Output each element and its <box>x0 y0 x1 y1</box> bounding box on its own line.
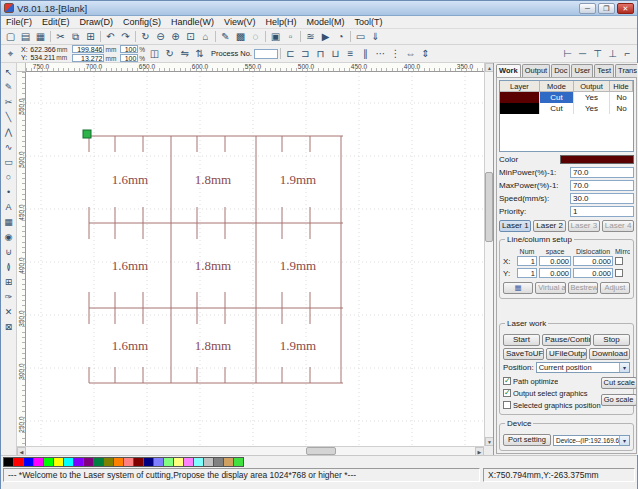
corner-mark-icon[interactable]: ⌐ <box>620 47 635 61</box>
minimize-button[interactable]: ─ <box>579 3 596 14</box>
polyline-icon[interactable]: ⋀ <box>2 124 16 139</box>
horizontal-scroll-thumb[interactable] <box>306 447 336 455</box>
menu-help[interactable]: Help(H) <box>260 17 301 27</box>
refresh-icon[interactable]: ↻ <box>138 30 153 44</box>
align-center-v-icon[interactable]: ∥ <box>358 47 373 61</box>
node-edit-icon[interactable]: ✎ <box>2 79 16 94</box>
tab-transform[interactable]: Transform <box>615 64 637 77</box>
layer-output[interactable]: Yes <box>574 103 610 114</box>
lock-icon[interactable]: ⊠ <box>2 319 16 334</box>
path-optimize-checkbox[interactable] <box>503 377 511 385</box>
same-width-icon[interactable]: ⇔ <box>403 47 418 61</box>
data-check-icon[interactable]: ▩ <box>233 30 248 44</box>
offset-icon[interactable]: ≬ <box>2 259 16 274</box>
stop-button[interactable]: Stop <box>593 334 630 346</box>
paste-icon[interactable]: ⊞ <box>83 30 98 44</box>
tab-user[interactable]: User <box>571 64 593 77</box>
start-point-top-icon[interactable]: ⊤ <box>590 47 605 61</box>
layer-hide[interactable]: No <box>610 92 633 103</box>
lock-aspect-ratio-icon[interactable]: ◫ <box>147 47 162 61</box>
maximize-button[interactable]: ❐ <box>598 3 615 14</box>
ungroup-icon[interactable]: ▫ <box>283 30 298 44</box>
start-point-bottom-icon[interactable]: ⊥ <box>605 47 620 61</box>
weld-icon[interactable]: ⊍ <box>2 244 16 259</box>
adjust-button[interactable]: Adjust <box>600 282 630 294</box>
pen-icon[interactable]: ✑ <box>2 289 16 304</box>
layer-color-swatch[interactable] <box>560 155 634 164</box>
laser-3-button[interactable]: Laser 3 <box>568 220 600 232</box>
mirror-vertical-icon[interactable]: ⇅ <box>192 47 207 61</box>
menu-file[interactable]: File(F) <box>1 17 37 27</box>
max-power-field[interactable]: 70.0 <box>570 180 634 191</box>
bestrew-button[interactable]: Bestrew... <box>568 282 598 294</box>
port-setting-button[interactable]: Port setting <box>503 434 551 446</box>
layer-row[interactable]: Cut Yes No <box>500 103 633 114</box>
pattern-labels[interactable]: 1.6mm 1.8mm 1.9mm 1.6mm 1.8mm 1.9mm 1.6m… <box>112 172 316 353</box>
distribute-h-icon[interactable]: ⋯ <box>373 47 388 61</box>
download-output-icon[interactable]: ⇓ <box>368 30 383 44</box>
zoom-window-icon[interactable]: ⊡ <box>183 30 198 44</box>
time-estimate-icon[interactable]: ◔ <box>333 30 348 44</box>
point-icon[interactable]: • <box>2 184 16 199</box>
device-monitor-icon[interactable]: ▭ <box>353 30 368 44</box>
ellipse-icon[interactable]: ○ <box>2 169 16 184</box>
x-dislocation-input[interactable]: 0.000 <box>573 256 613 266</box>
array-direction-button[interactable]: ▦ <box>503 282 533 294</box>
layer-output[interactable]: Yes <box>574 92 610 103</box>
ufile-output-button[interactable]: UFileOutput <box>546 348 587 360</box>
x-position-field[interactable]: 622.366 <box>28 46 56 54</box>
delete-icon[interactable]: ✕ <box>2 304 16 319</box>
vertical-scrollbar[interactable]: ▲ ▼ <box>484 63 493 446</box>
start-point-left-icon[interactable]: ⊢ <box>560 47 575 61</box>
x-num-input[interactable]: 1 <box>517 256 537 266</box>
layer-hide[interactable]: No <box>610 103 633 114</box>
preview-simulate-icon[interactable]: ▶ <box>318 30 333 44</box>
distribute-v-icon[interactable]: ⋮ <box>388 47 403 61</box>
x-mirror-checkbox[interactable] <box>615 257 623 265</box>
align-bottom-icon[interactable]: ⊔ <box>328 47 343 61</box>
menu-handle[interactable]: Handle(W) <box>166 17 219 27</box>
y-mirror-checkbox[interactable] <box>615 269 623 277</box>
menu-config[interactable]: Config(S) <box>118 17 166 27</box>
layer-color[interactable] <box>500 92 540 103</box>
group-icon[interactable]: ▣ <box>268 30 283 44</box>
align-right-icon[interactable]: ⊐ <box>298 47 313 61</box>
zoom-out-icon[interactable]: ⊖ <box>153 30 168 44</box>
horizontal-scrollbar[interactable]: ◀ ▶ <box>17 446 484 455</box>
save-file-icon[interactable]: ▦ <box>33 30 48 44</box>
zoom-in-icon[interactable]: ⊕ <box>168 30 183 44</box>
laser-4-button[interactable]: Laser 4 <box>602 220 634 232</box>
virtual-array-button[interactable]: Virtual array <box>535 282 565 294</box>
layer-mode[interactable]: Cut <box>540 103 574 114</box>
device-select[interactable]: Device--(IP:192.169.6.8) ▾ <box>553 435 630 446</box>
origin-position-icon[interactable]: ⌖ <box>3 47 18 61</box>
title-bar[interactable]: V8.01.18-[Blank] ─ ❐ ✕ <box>1 1 637 16</box>
layer-color[interactable] <box>500 103 540 114</box>
output-select-graphics-checkbox[interactable] <box>503 389 511 397</box>
align-left-icon[interactable]: ⊏ <box>283 47 298 61</box>
array-copy-icon[interactable]: ⊞ <box>2 274 16 289</box>
x-space-input[interactable]: 0.000 <box>539 256 571 266</box>
zoom-all-icon[interactable]: ⌂ <box>198 30 213 44</box>
save-to-ufile-button[interactable]: SaveToUFile <box>503 348 544 360</box>
node-edit-icon[interactable]: ✎ <box>218 30 233 44</box>
go-scale-button[interactable]: Go scale <box>601 394 637 406</box>
layer-mode[interactable]: Cut <box>540 92 574 103</box>
redo-icon[interactable]: ↷ <box>118 30 133 44</box>
split-cut-icon[interactable]: ✂ <box>2 94 16 109</box>
min-power-field[interactable]: 70.0 <box>570 167 634 178</box>
laser-2-button[interactable]: Laser 2 <box>533 220 565 232</box>
cut-icon[interactable]: ✂ <box>53 30 68 44</box>
download-button[interactable]: Download <box>589 348 630 360</box>
horizontal-scroll-track[interactable] <box>26 447 475 455</box>
pause-continue-button[interactable]: Pause/Continue <box>542 334 591 346</box>
canvas[interactable]: 1.6mm 1.8mm 1.9mm 1.6mm 1.8mm 1.9mm 1.6m… <box>26 72 484 446</box>
open-file-icon[interactable]: ▤ <box>18 30 33 44</box>
same-height-icon[interactable]: ⇕ <box>418 47 433 61</box>
select-icon[interactable]: ↖ <box>2 64 16 79</box>
menu-model[interactable]: Model(M) <box>301 17 349 27</box>
height-scale-field[interactable]: 100 <box>120 54 138 62</box>
tab-doc[interactable]: Doc <box>551 64 570 77</box>
vertical-scroll-track[interactable] <box>485 72 493 437</box>
priority-field[interactable]: 1 <box>570 206 634 217</box>
